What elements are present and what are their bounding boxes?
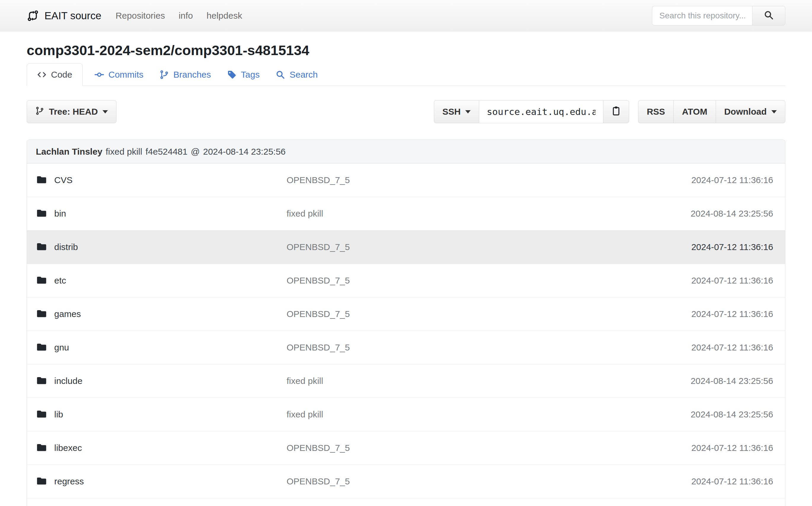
branch-icon	[159, 70, 169, 79]
commit-message-link[interactable]: fixed pkill	[287, 208, 323, 218]
commit-message-link[interactable]: fixed pkill	[287, 409, 323, 419]
download-label: Download	[724, 107, 767, 117]
commit-message-link[interactable]: OPENBSD_7_5	[287, 242, 350, 252]
file-name-link[interactable]: CVS	[54, 175, 73, 185]
file-name-link[interactable]: libexec	[54, 443, 82, 453]
tree-button-label: Tree: HEAD	[49, 107, 98, 117]
search-icon	[275, 70, 285, 79]
message-cell: fixed pkill	[287, 208, 691, 219]
name-cell: games	[27, 309, 287, 319]
name-cell: libexec	[27, 443, 287, 453]
file-name-link[interactable]: gnu	[54, 342, 69, 352]
tab-label: Search	[290, 70, 318, 80]
commit-message-link[interactable]: OPENBSD_7_5	[287, 275, 350, 285]
tree-select-button[interactable]: Tree: HEAD	[27, 100, 116, 123]
commit-date-text: 2024-07-12 11:36:16	[692, 309, 773, 319]
toolbar-right-group: SSH RSS ATOM	[434, 100, 785, 123]
message-cell: OPENBSD_7_5	[287, 476, 692, 487]
atom-button[interactable]: ATOM	[673, 100, 716, 123]
protocol-label: SSH	[442, 107, 461, 117]
tab-tags[interactable]: Tags	[223, 64, 264, 86]
folder-icon	[36, 342, 47, 352]
tab-search[interactable]: Search	[271, 64, 322, 86]
copy-clone-url-button[interactable]	[603, 100, 629, 123]
repo-search	[652, 6, 785, 25]
tab-commits[interactable]: Commits	[90, 64, 148, 86]
clone-url-group: SSH	[434, 100, 630, 123]
commit-date: 2024-07-12 11:36:16	[692, 242, 785, 252]
commit-date-text: 2024-07-12 11:36:16	[692, 342, 773, 352]
name-cell: regress	[27, 476, 287, 487]
commit-icon	[94, 70, 104, 79]
folder-icon	[36, 443, 47, 453]
tab-branches[interactable]: Branches	[155, 64, 215, 86]
table-row: CVS OPENBSD_7_5 2024-07-12 11:36:16	[27, 164, 785, 197]
commit-message: fixed pkill	[106, 147, 142, 157]
message-cell: OPENBSD_7_5	[287, 175, 692, 185]
nav-link-helpdesk[interactable]: helpdesk	[207, 11, 242, 21]
commit-date: 2024-07-12 11:36:16	[692, 476, 785, 487]
message-cell: OPENBSD_7_5	[287, 342, 692, 352]
latest-commit-header[interactable]: Lachlan Tinsley fixed pkill f4e524481 @ …	[27, 140, 785, 164]
search-input[interactable]	[652, 6, 752, 25]
commit-message-link[interactable]: OPENBSD_7_5	[287, 443, 350, 453]
table-row: lib fixed pkill 2024-08-14 23:25:56	[27, 398, 785, 431]
search-button[interactable]	[752, 6, 785, 25]
folder-icon	[36, 275, 47, 285]
navbar-links: Repositories info helpdesk	[115, 11, 242, 21]
tree-toolbar: Tree: HEAD SSH	[27, 100, 785, 123]
commit-message-link[interactable]: fixed pkill	[287, 376, 323, 386]
file-name-link[interactable]: games	[54, 309, 81, 319]
download-button[interactable]: Download	[716, 100, 785, 123]
commit-date: 2024-07-12 11:36:16	[692, 443, 785, 453]
commit-date: 2024-07-12 11:36:16	[692, 275, 785, 285]
repo-page: comp3301-2024-sem2/comp3301-s4815134 Cod…	[0, 42, 812, 506]
message-cell: OPENBSD_7_5	[287, 443, 692, 453]
commit-date-text: 2024-08-14 23:25:56	[691, 409, 773, 419]
table-row: regress OPENBSD_7_5 2024-07-12 11:36:16	[27, 465, 785, 498]
file-rows: CVS OPENBSD_7_5 2024-07-12 11:36:16	[27, 164, 785, 498]
caret-down-icon	[102, 110, 108, 113]
file-name-link[interactable]: etc	[54, 275, 66, 285]
rss-label: RSS	[647, 107, 665, 117]
commit-message-link[interactable]: OPENBSD_7_5	[287, 476, 350, 486]
next-row-partial	[27, 498, 785, 506]
name-cell: gnu	[27, 342, 287, 352]
caret-down-icon	[465, 110, 471, 113]
table-row: libexec OPENBSD_7_5 2024-07-12 11:36:16	[27, 431, 785, 465]
commit-message-link[interactable]: OPENBSD_7_5	[287, 309, 350, 319]
brand-home-link[interactable]: EAIT source	[27, 9, 101, 22]
protocol-select-button[interactable]: SSH	[434, 100, 480, 123]
file-name-link[interactable]: regress	[54, 476, 84, 487]
tab-label: Code	[51, 70, 72, 80]
message-cell: fixed pkill	[287, 376, 691, 386]
commit-date: 2024-08-14 23:25:56	[691, 208, 785, 219]
commit-date-text: 2024-08-14 23:25:56	[691, 376, 773, 386]
tab-label: Branches	[173, 70, 211, 80]
tab-code[interactable]: Code	[27, 63, 83, 86]
name-cell: bin	[27, 208, 287, 219]
file-name-link[interactable]: distrib	[54, 242, 78, 252]
message-cell: OPENBSD_7_5	[287, 309, 692, 319]
commit-date-text: 2024-08-14 23:25:56	[691, 208, 773, 218]
nav-link-info[interactable]: info	[179, 11, 193, 21]
clone-url-input[interactable]	[479, 100, 603, 123]
commit-date-text: 2024-07-12 11:36:16	[692, 175, 773, 185]
commit-message-link[interactable]: OPENBSD_7_5	[287, 342, 350, 352]
name-cell: etc	[27, 275, 287, 285]
file-name-link[interactable]: bin	[54, 208, 66, 219]
commit-sha: f4e524481	[146, 147, 187, 157]
commit-datetime: 2024-08-14 23:25:56	[203, 147, 286, 157]
commit-date: 2024-08-14 23:25:56	[691, 376, 785, 386]
commit-date: 2024-08-14 23:25:56	[691, 409, 785, 420]
feed-download-group: RSS ATOM Download	[638, 100, 785, 123]
file-name-link[interactable]: include	[54, 376, 82, 386]
file-name-link[interactable]: lib	[54, 409, 63, 420]
commit-message-link[interactable]: OPENBSD_7_5	[287, 175, 350, 185]
nav-link-repositories[interactable]: Repositories	[115, 11, 165, 21]
message-cell: OPENBSD_7_5	[287, 275, 692, 285]
table-row: distrib OPENBSD_7_5 2024-07-12 11:36:16	[27, 231, 785, 264]
rss-button[interactable]: RSS	[638, 100, 674, 123]
folder-icon	[36, 309, 47, 319]
top-navbar: EAIT source Repositories info helpdesk	[0, 0, 812, 31]
